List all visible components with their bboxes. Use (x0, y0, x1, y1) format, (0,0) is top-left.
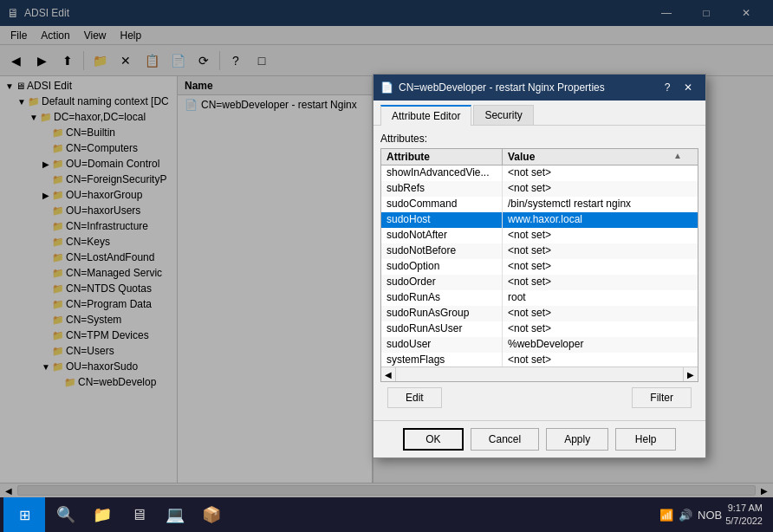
attr-value: <not set> (503, 306, 698, 321)
tray-lang-label: NOB (698, 509, 722, 522)
taskbar-search-button[interactable]: 🔍 (49, 497, 83, 532)
attr-name: sudoUser (381, 337, 503, 353)
modal-tabs: Attribute Editor Security (374, 101, 705, 126)
attr-hscroll-right-btn[interactable]: ▶ (683, 367, 698, 382)
attr-name: sudoOption (381, 259, 503, 275)
attr-name: sudoOrder (381, 275, 503, 290)
modal-help-button[interactable]: ? (657, 77, 678, 98)
attr-value: <not set> (503, 275, 698, 290)
help-footer-button[interactable]: Help (615, 428, 676, 451)
tray-volume-icon: 🔊 (679, 509, 692, 522)
taskbar-package-button[interactable]: 📦 (194, 497, 229, 532)
attr-value: <not set> (503, 228, 698, 243)
modal-title-bar: 📄 CN=webDeveloper - restart Nginx Proper… (374, 75, 705, 101)
edit-filter-buttons-row: Edit Filter (380, 382, 698, 413)
attr-hscroll-left-btn[interactable]: ◀ (381, 367, 396, 382)
taskbar-desktop-button[interactable]: 🖥 (121, 497, 156, 532)
modal-title-icon: 📄 (380, 81, 393, 94)
taskbar-icons: 🔍 📁 🖥 💻 📦 (45, 497, 232, 532)
attr-row-sudo-user[interactable]: sudoUser %webDeveloper (381, 337, 698, 353)
attr-name: sudoNotBefore (381, 243, 503, 259)
modal-title-controls: ? ✕ (657, 77, 698, 98)
taskbar: ⊞ 🔍 📁 🖥 💻 📦 📶 🔊 NOB 9:17 AM 5/7/2022 (0, 497, 773, 532)
modal-close-button[interactable]: ✕ (678, 77, 698, 98)
modal-footer: OK Cancel Apply Help (374, 420, 705, 457)
col-value-label: Value (508, 151, 535, 163)
ok-button[interactable]: OK (403, 428, 464, 451)
tab-security[interactable]: Security (473, 105, 533, 125)
attr-row-sudo-run-as-user[interactable]: sudoRunAsUser <not set> (381, 321, 698, 337)
tray-time[interactable]: 9:17 AM 5/7/2022 (725, 502, 763, 529)
attr-value: <not set> (503, 181, 698, 197)
attr-value: <not set> (503, 321, 698, 337)
attr-name: subRefs (381, 181, 503, 197)
tray-clock: 9:17 AM (725, 502, 763, 515)
attr-name: sudoRunAs (381, 290, 503, 306)
attr-name: showInAdvancedVie... (381, 165, 503, 181)
attr-row-sudo-not-after[interactable]: sudoNotAfter <not set> (381, 228, 698, 243)
attr-table-header: Attribute Value ▲ (381, 149, 698, 165)
taskbar-explorer-button[interactable]: 📁 (85, 497, 120, 532)
col-value: Value ▲ (503, 149, 698, 165)
taskbar-terminal-button[interactable]: 💻 (158, 497, 192, 532)
apply-button[interactable]: Apply (546, 428, 608, 451)
attr-row-sudo-run-as[interactable]: sudoRunAs root (381, 290, 698, 306)
col-attribute: Attribute (381, 149, 503, 165)
attr-name: sudoRunAsGroup (381, 306, 503, 321)
attr-name: sudoRunAsUser (381, 321, 503, 337)
attr-name: sudoHost (381, 212, 503, 228)
properties-modal: 📄 CN=webDeveloper - restart Nginx Proper… (373, 74, 706, 458)
attr-row-sudo-command[interactable]: sudoCommand /bin/systemctl restart nginx (381, 197, 698, 212)
filter-button[interactable]: Filter (632, 387, 692, 408)
attr-hscroll-track[interactable] (396, 367, 683, 382)
tab-attribute-editor[interactable]: Attribute Editor (380, 105, 471, 126)
modal-body: Attributes: Attribute Value ▲ showInAdva… (374, 126, 705, 420)
attr-value: %webDeveloper (503, 337, 698, 353)
attr-value: <not set> (503, 165, 698, 181)
attr-hscroll[interactable]: ◀ ▶ (381, 367, 698, 381)
attr-row-sudo-not-before[interactable]: sudoNotBefore <not set> (381, 243, 698, 259)
tray-network-icon: 📶 (659, 509, 673, 522)
attr-row-sudo-order[interactable]: sudoOrder <not set> (381, 275, 698, 290)
attr-row-subrefs[interactable]: subRefs <not set> (381, 181, 698, 197)
attr-value: /bin/systemctl restart nginx (503, 197, 698, 212)
attr-value: <not set> (503, 243, 698, 259)
taskbar-tray: 📶 🔊 NOB 9:17 AM 5/7/2022 (659, 502, 770, 529)
attr-row-show-advanced[interactable]: showInAdvancedVie... <not set> (381, 165, 698, 181)
attributes-label: Attributes: (380, 133, 698, 145)
attr-row-system-flags[interactable]: systemFlags <not set> (381, 353, 698, 367)
attr-row-sudo-run-as-group[interactable]: sudoRunAsGroup <not set> (381, 306, 698, 321)
cancel-button[interactable]: Cancel (471, 428, 539, 451)
attributes-table: Attribute Value ▲ showInAdvancedVie... <… (380, 148, 698, 382)
tray-icons: 📶 🔊 NOB (659, 509, 722, 522)
edit-button[interactable]: Edit (387, 387, 442, 408)
attr-name: sudoNotAfter (381, 228, 503, 243)
tray-date: 5/7/2022 (725, 515, 763, 528)
attr-value: <not set> (503, 259, 698, 275)
attr-name: systemFlags (381, 353, 503, 367)
attr-row-sudo-option[interactable]: sudoOption <not set> (381, 259, 698, 275)
col-sort-icon: ▲ (673, 151, 682, 160)
attr-row-sudo-host[interactable]: sudoHost www.haxor.local (381, 212, 698, 228)
attr-name: sudoCommand (381, 197, 503, 212)
start-button[interactable]: ⊞ (3, 497, 45, 532)
attr-value: <not set> (503, 353, 698, 367)
modal-title-text: CN=webDeveloper - restart Nginx Properti… (399, 81, 657, 94)
attr-value: www.haxor.local (503, 212, 698, 228)
attr-value: root (503, 290, 698, 306)
attr-scroll-area[interactable]: showInAdvancedVie... <not set> subRefs <… (381, 165, 698, 367)
